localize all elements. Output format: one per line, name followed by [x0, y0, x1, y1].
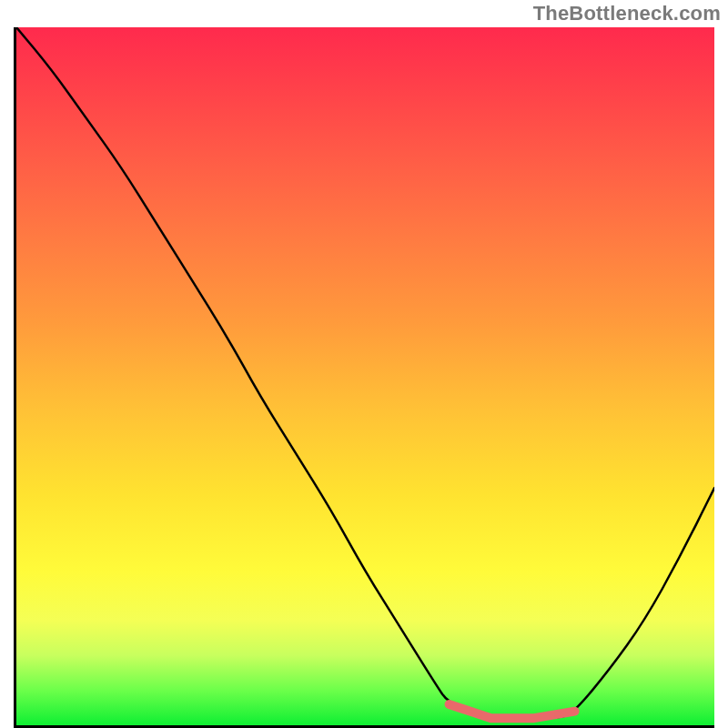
chart-container: TheBottleneck.com	[0, 0, 728, 728]
line-chart-svg	[16, 27, 714, 725]
plot-area	[14, 27, 714, 728]
bottleneck-curve	[16, 27, 714, 718]
valley-marker	[450, 704, 575, 718]
watermark-text: TheBottleneck.com	[533, 2, 721, 25]
